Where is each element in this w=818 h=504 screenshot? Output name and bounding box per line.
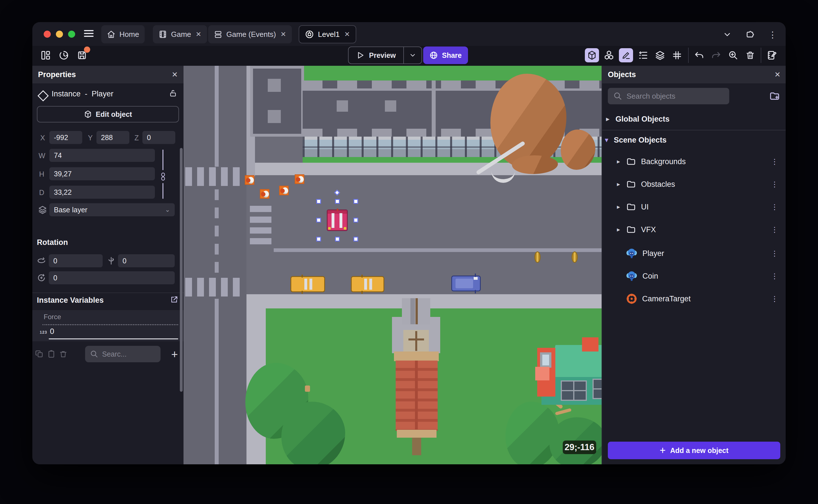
close-icon[interactable]: ✕ — [774, 70, 781, 79]
tab-game-events[interactable]: Game (Events) ✕ — [208, 25, 292, 43]
row-menu-icon[interactable]: ⋮ — [771, 295, 778, 302]
row-menu-icon[interactable]: ⋮ — [771, 203, 778, 211]
selection-handle[interactable] — [335, 199, 340, 204]
rotation-y-field[interactable]: 0 — [118, 254, 175, 267]
grid-icon[interactable] — [670, 48, 684, 62]
object-folder-row[interactable]: ▸ Obstacles ⋮ — [602, 173, 786, 196]
x-field[interactable]: -992 — [49, 131, 82, 144]
variables-search-input[interactable]: Searc... — [85, 346, 160, 362]
home-icon — [107, 30, 115, 39]
tower-brick-body[interactable] — [396, 361, 438, 431]
object-folder-row[interactable]: ▸ VFX ⋮ — [602, 218, 786, 241]
more-menu-icon[interactable]: ⋮ — [766, 28, 779, 41]
tab-close-icon[interactable]: ✕ — [280, 30, 286, 38]
h-field[interactable]: 39,27 — [49, 167, 155, 180]
unlock-icon[interactable] — [169, 89, 177, 99]
preview-button[interactable]: Preview — [348, 47, 403, 63]
globe-icon — [430, 51, 438, 60]
row-menu-icon[interactable]: ⋮ — [771, 226, 778, 233]
tab-close-icon[interactable]: ✕ — [344, 30, 350, 38]
variable-row[interactable]: Force 123 0 — [32, 310, 183, 341]
row-menu-icon[interactable]: ⋮ — [771, 272, 778, 280]
crate-instance[interactable] — [279, 186, 289, 195]
player-car-instance[interactable] — [327, 209, 348, 231]
coin-instance[interactable] — [572, 251, 578, 263]
selection-handle[interactable] — [353, 237, 358, 242]
delete-variable-icon[interactable] — [59, 350, 67, 359]
edit-tool-icon[interactable] — [619, 48, 633, 62]
preview-options-button[interactable] — [404, 47, 422, 63]
layers-icon[interactable] — [653, 48, 667, 62]
object-folder-row[interactable]: ▸ UI ⋮ — [602, 196, 786, 218]
tab-game[interactable]: Game ✕ — [153, 25, 207, 43]
close-icon[interactable]: ✕ — [172, 70, 178, 79]
y-field[interactable]: 288 — [96, 131, 129, 144]
global-objects-group[interactable]: ▸ Global Objects — [602, 112, 786, 126]
traffic-light-close[interactable] — [44, 31, 51, 38]
yellow-car-instance[interactable] — [351, 276, 384, 292]
coin-instance[interactable] — [534, 251, 541, 263]
objects-tool-icon[interactable] — [602, 48, 616, 62]
rotation-x-field[interactable]: 0 — [49, 254, 103, 267]
blue-car-instance[interactable] — [451, 276, 481, 291]
layer-select[interactable]: Base layer ⌄ — [49, 203, 175, 216]
main-menu-icon[interactable] — [84, 28, 94, 39]
row-menu-icon[interactable]: ⋮ — [771, 181, 778, 188]
selection-handle[interactable] — [353, 199, 358, 204]
delete-icon[interactable] — [743, 48, 757, 62]
view-3d-icon[interactable] — [585, 48, 599, 62]
crate-instance[interactable] — [295, 174, 304, 184]
variable-value: 0 — [50, 327, 54, 336]
edit-object-button[interactable]: Edit object — [37, 106, 179, 122]
tab-level1[interactable]: Level1 ✕ — [299, 25, 356, 43]
scene-canvas[interactable]: 29;-116 — [183, 66, 602, 464]
panel-scrollbar[interactable] — [180, 148, 183, 392]
selection-handle[interactable] — [316, 218, 321, 223]
row-menu-icon[interactable]: ⋮ — [771, 250, 778, 257]
redo-icon[interactable] — [709, 48, 723, 62]
tab-home[interactable]: Home — [101, 25, 145, 43]
add-new-object-button[interactable]: + Add a new object — [608, 442, 780, 459]
lane-divider-line — [274, 248, 602, 252]
rotation-z-field[interactable]: 0 — [49, 271, 175, 284]
selection-handle[interactable] — [353, 218, 358, 223]
zoom-in-icon[interactable] — [726, 48, 740, 62]
tree-instance[interactable] — [506, 402, 559, 464]
traffic-light-minimize[interactable] — [56, 31, 63, 38]
object-row-coin[interactable]: Coin ⋮ — [602, 265, 786, 287]
object-row-player[interactable]: Player ⋮ — [602, 242, 786, 265]
selection-handle[interactable] — [316, 199, 321, 204]
window-chevron-icon[interactable] — [721, 28, 734, 41]
scene-objects-group[interactable]: ▾ Scene Objects — [602, 133, 786, 147]
history-icon[interactable] — [57, 48, 71, 62]
extensions-icon[interactable] — [744, 28, 756, 41]
rotation-handle[interactable] — [334, 190, 340, 196]
paste-variable-icon[interactable] — [47, 350, 56, 359]
z-field[interactable]: 0 — [142, 131, 175, 144]
copy-variable-icon[interactable] — [35, 350, 44, 359]
share-button[interactable]: Share — [423, 46, 468, 64]
row-menu-icon[interactable]: ⋮ — [771, 158, 778, 165]
tree-instance[interactable] — [281, 402, 345, 464]
save-icon[interactable] — [75, 48, 89, 62]
yellow-car-instance[interactable] — [290, 276, 325, 292]
undo-icon[interactable] — [692, 48, 706, 62]
objects-search-input[interactable]: Search objects — [608, 88, 729, 104]
d-field[interactable]: 33,22 — [49, 186, 155, 199]
edit-scene-properties-icon[interactable] — [765, 48, 779, 62]
instances-list-icon[interactable] — [636, 48, 650, 62]
crate-instance[interactable] — [260, 189, 269, 199]
object-folder-row[interactable]: ▸ Backgrounds ⋮ — [602, 150, 786, 173]
selection-handle[interactable] — [316, 237, 321, 242]
tab-close-icon[interactable]: ✕ — [196, 30, 201, 38]
size-link-icon[interactable] — [159, 172, 167, 182]
open-variables-icon[interactable] — [170, 295, 178, 305]
selection-handle[interactable] — [335, 237, 340, 242]
object-row-cameratarget[interactable]: CameraTarget ⋮ — [602, 287, 786, 310]
crate-instance[interactable] — [245, 175, 254, 185]
add-folder-icon[interactable] — [769, 91, 780, 103]
traffic-light-zoom[interactable] — [68, 31, 75, 38]
add-variable-icon[interactable]: + — [171, 348, 178, 361]
w-field[interactable]: 74 — [49, 149, 155, 162]
panels-layout-icon[interactable] — [39, 48, 53, 62]
